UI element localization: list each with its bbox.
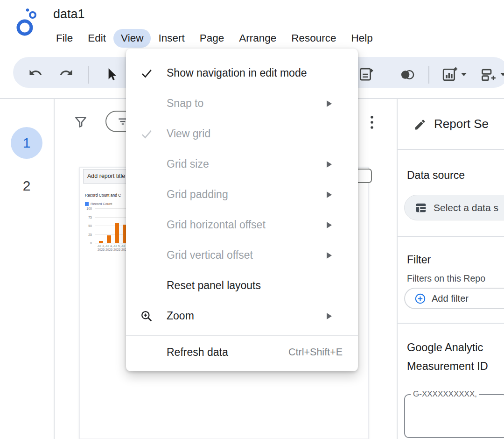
page-nav-divider (54, 98, 55, 439)
menu-item-show-navigation[interactable]: Show navigation in edit mode (126, 58, 358, 88)
more-options-icon[interactable] (370, 115, 374, 133)
add-page-icon[interactable] (357, 65, 374, 83)
mini-chart-title: Record Count and C (85, 193, 121, 198)
menu-file[interactable]: File (49, 29, 80, 48)
mini-chart-ylabels: 0255075100 (82, 208, 93, 246)
menu-arrange[interactable]: Arrange (231, 29, 284, 48)
undo-icon[interactable] (27, 65, 44, 80)
menu-item-reset-panel-layouts[interactable]: Reset panel layouts (126, 270, 358, 301)
menu-page[interactable]: Page (192, 29, 232, 48)
menu-separator (126, 335, 358, 336)
bar (115, 223, 119, 243)
ga-measurement-id-input[interactable] (404, 394, 504, 438)
menu-edit[interactable]: Edit (80, 29, 113, 48)
ga-heading-line2: Measurement ID (407, 360, 488, 373)
page-nav-item-1[interactable]: 1 (11, 127, 42, 159)
toolbar-divider (88, 66, 89, 84)
looker-studio-logo (13, 7, 40, 39)
menu-item-view-grid[interactable]: View grid (126, 119, 358, 149)
menu-resource[interactable]: Resource (284, 29, 343, 48)
submenu-arrow-icon (327, 313, 332, 319)
edit-pencil-icon (413, 117, 427, 132)
zoom-in-icon (126, 310, 167, 322)
ga-heading-line1: Google Analytic (407, 341, 483, 354)
checkmark-icon (126, 128, 167, 140)
page-nav-item-2[interactable]: 2 (11, 178, 42, 194)
view-menu-dropdown: Show navigation in edit mode Snap to Vie… (126, 49, 358, 371)
submenu-arrow-icon (327, 191, 332, 198)
plus-circle-icon (414, 293, 426, 304)
keyboard-shortcut: Ctrl+Shift+E (288, 347, 343, 358)
menu-item-refresh-data[interactable]: Refresh data Ctrl+Shift+E (126, 339, 358, 366)
menubar: File Edit View Insert Page Arrange Resou… (49, 29, 380, 48)
report-title[interactable]: data1 (53, 7, 85, 21)
panel-divider (397, 323, 504, 324)
blend-data-icon[interactable] (398, 67, 417, 82)
logo-icon (13, 7, 40, 37)
menu-help[interactable]: Help (344, 29, 380, 48)
menu-item-zoom[interactable]: Zoom (126, 301, 358, 331)
menu-view[interactable]: View (113, 29, 151, 48)
page-number: 2 (23, 178, 31, 193)
filter-description: Filters on this Repo (407, 273, 485, 284)
add-chart-icon[interactable] (441, 65, 458, 83)
menu-item-grid-vertical-offset[interactable]: Grid vertical offset (126, 240, 358, 270)
ga-input-floating-label: G-XXXXXXXXXX, (411, 389, 479, 399)
chevron-down-icon[interactable] (461, 73, 467, 76)
add-filter-button[interactable]: Add filter (404, 288, 504, 309)
page-number: 1 (23, 135, 31, 151)
panel-divider (397, 149, 504, 150)
bar (107, 235, 111, 243)
bar (99, 241, 103, 243)
menu-item-snap-to[interactable]: Snap to (126, 88, 358, 119)
select-cursor-icon[interactable] (104, 66, 119, 82)
menu-insert[interactable]: Insert (151, 29, 192, 48)
add-filter-label: Add filter (432, 293, 469, 304)
menu-item-grid-size[interactable]: Grid size (126, 149, 358, 179)
toolbar-divider (428, 66, 429, 84)
menu-item-grid-horizontal-offset[interactable]: Grid horizontal offset (126, 210, 358, 240)
submenu-arrow-icon (327, 222, 332, 228)
chevron-down-icon[interactable] (500, 73, 504, 76)
submenu-arrow-icon (327, 100, 332, 107)
mini-chart-legend: Record Count (85, 202, 112, 206)
checkmark-icon (126, 67, 167, 79)
data-source-heading: Data source (407, 169, 465, 182)
submenu-arrow-icon (327, 161, 332, 168)
select-data-source-button[interactable]: Select a data s (404, 195, 504, 220)
menu-item-grid-padding[interactable]: Grid padding (126, 179, 358, 210)
panel-divider (397, 236, 504, 237)
select-data-source-label: Select a data s (434, 202, 498, 213)
submenu-arrow-icon (327, 252, 332, 259)
legend-swatch (85, 202, 89, 206)
legend-label: Record Count (91, 202, 112, 206)
data-table-icon (415, 202, 427, 214)
filter-heading: Filter (407, 254, 431, 266)
filter-funnel-icon[interactable] (73, 114, 89, 130)
add-control-icon[interactable] (480, 65, 497, 83)
redo-icon[interactable] (58, 65, 75, 80)
panel-title: Report Se (434, 117, 489, 131)
